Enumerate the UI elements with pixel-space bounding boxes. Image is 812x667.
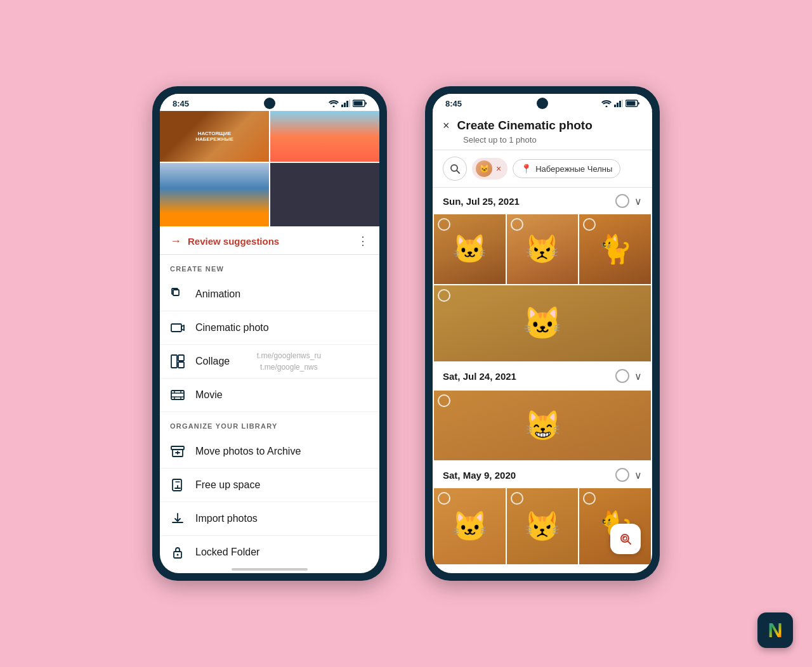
free-space-label: Free up space: [195, 479, 260, 491]
date-controls-jul24: ∨: [615, 369, 642, 383]
watermark: t.me/googlenws_ru t.me/google_nws: [257, 350, 321, 373]
close-button[interactable]: ×: [443, 119, 450, 133]
svg-line-33: [457, 171, 459, 173]
right-time: 8:45: [445, 99, 462, 108]
movie-label: Movie: [195, 389, 223, 401]
right-status-bar: 8:45: [433, 94, 652, 111]
left-phone: 8:45 НАСТОЯЩ: [152, 86, 387, 581]
svg-rect-13: [171, 391, 184, 399]
date-controls-jul25: ∨: [615, 194, 642, 208]
cat-photo-7[interactable]: 😾: [507, 488, 579, 564]
chevron-jul24[interactable]: ∨: [634, 370, 642, 382]
select-all-jul24[interactable]: [615, 369, 629, 383]
filter-bar: 🐱 × 📍 Набережные Челны: [433, 150, 652, 188]
chevron-may9[interactable]: ∨: [634, 469, 642, 481]
review-bar[interactable]: → Review suggestions ⋮: [160, 228, 379, 255]
clouds-photo: [160, 163, 269, 226]
cat-face-4: 🐱: [434, 285, 651, 361]
face-filter-chip[interactable]: 🐱 ×: [472, 158, 508, 179]
date-group-may9: Sat, May 9, 2020 ∨ 🐱: [433, 462, 652, 564]
right-phone-screen: 8:45 ×: [433, 94, 652, 573]
svg-rect-26: [614, 105, 616, 107]
cinematic-title-row: × Create Cinematic photo: [443, 119, 642, 133]
photo-row-jul24: 😸: [433, 389, 652, 462]
import-icon: [170, 511, 185, 526]
archive-icon: [170, 444, 185, 459]
svg-rect-29: [622, 100, 623, 107]
left-content: НАСТОЯЩИЕНАБЕРЕЖНЫЕ → Review suggestions…: [160, 111, 379, 564]
watermark-line1: t.me/googlenws_ru: [257, 350, 321, 361]
home-indicator: [232, 568, 308, 571]
left-wifi-icon: [329, 100, 339, 108]
cat-photo-2[interactable]: 😾: [507, 214, 579, 284]
svg-point-25: [606, 105, 608, 107]
svg-rect-10: [171, 355, 177, 368]
svg-rect-12: [178, 362, 184, 368]
right-status-icons: [601, 100, 639, 108]
cinematic-subtitle: Select up to 1 photo: [443, 135, 642, 145]
review-arrow-icon: →: [170, 235, 181, 248]
date-controls-may9: ∨: [615, 468, 642, 482]
chevron-jul25[interactable]: ∨: [634, 195, 642, 207]
more-options-icon[interactable]: ⋮: [357, 234, 369, 248]
date-label-jul25: Sun, Jul 25, 2021: [443, 196, 520, 207]
right-camera-notch: [537, 98, 548, 109]
search-button[interactable]: [443, 157, 467, 181]
select-all-jul25[interactable]: [615, 194, 629, 208]
svg-rect-1: [341, 105, 343, 107]
date-row-jul24: Sat, Jul 24, 2021 ∨: [433, 363, 652, 389]
menu-item-movie[interactable]: Movie: [160, 379, 379, 412]
cat-photo-5[interactable]: 😸: [434, 391, 651, 460]
right-signal-icon: [614, 100, 623, 108]
dark-photo: [270, 163, 379, 226]
chip-close-icon[interactable]: ×: [496, 164, 501, 174]
movie-icon: [170, 387, 185, 403]
svg-rect-4: [349, 100, 350, 107]
cat-photo-4[interactable]: 🐱: [434, 285, 651, 361]
menu-item-cinematic[interactable]: Cinematic photo: [160, 311, 379, 345]
lens-fab-button[interactable]: [610, 524, 641, 554]
svg-rect-2: [344, 103, 346, 107]
menu-item-animation[interactable]: Animation: [160, 278, 379, 311]
phones-container: 8:45 НАСТОЯЩ: [127, 61, 685, 606]
menu-item-free-space[interactable]: Free up space: [160, 469, 379, 502]
cat-photo-1[interactable]: 🐱: [434, 214, 506, 284]
menu-item-import[interactable]: Import photos: [160, 502, 379, 536]
cinematic-label: Cinematic photo: [195, 322, 269, 334]
watermark-line2: t.me/google_nws: [257, 361, 321, 373]
menu-item-locked[interactable]: Locked Folder: [160, 536, 379, 564]
left-battery-icon: [353, 100, 367, 108]
svg-rect-27: [617, 103, 619, 107]
sky-photo: [270, 111, 379, 162]
cat-face-7: 😾: [507, 488, 579, 564]
cat-face-2: 😾: [507, 214, 579, 284]
photo-scroll-area[interactable]: Sun, Jul 25, 2021 ∨ 🐱: [433, 188, 652, 573]
suggestion-grid: НАСТОЯЩИЕНАБЕРЕЖНЫЕ: [160, 111, 379, 228]
svg-rect-6: [354, 101, 363, 105]
svg-rect-3: [346, 101, 348, 107]
select-all-may9[interactable]: [615, 468, 629, 482]
right-wifi-icon: [601, 100, 612, 108]
cat-photo-3[interactable]: 🐈: [579, 214, 651, 284]
location-icon: 📍: [521, 164, 532, 174]
left-status-icons: [329, 100, 367, 108]
menu-item-collage[interactable]: Collage t.me/googlenws_ru t.me/google_nw…: [160, 345, 379, 379]
cat-photo-8[interactable]: 🐈: [579, 488, 651, 564]
cat-photo-6[interactable]: 🐱: [434, 488, 506, 564]
cat-face-5: 😸: [434, 391, 651, 460]
left-phone-screen: 8:45 НАСТОЯЩ: [160, 94, 379, 573]
svg-rect-28: [619, 101, 621, 107]
date-row-may9: Sat, May 9, 2020 ∨: [433, 462, 652, 488]
location-label: Набережные Челны: [535, 164, 612, 174]
locked-folder-icon: [170, 545, 185, 560]
logo-n-letter: N: [768, 619, 782, 642]
svg-point-0: [333, 105, 335, 107]
menu-item-archive[interactable]: Move photos to Archive: [160, 435, 379, 469]
date-label-jul24: Sat, Jul 24, 2021: [443, 371, 516, 382]
archive-label: Move photos to Archive: [195, 446, 301, 457]
organize-label: ORGANIZE YOUR LIBRARY: [160, 412, 379, 435]
create-new-label: CREATE NEW: [160, 255, 379, 278]
location-chip[interactable]: 📍 Набережные Челны: [513, 159, 620, 178]
right-battery-icon: [625, 100, 639, 108]
photo-grid-may9: 🐱 😾 🐈: [433, 488, 652, 564]
